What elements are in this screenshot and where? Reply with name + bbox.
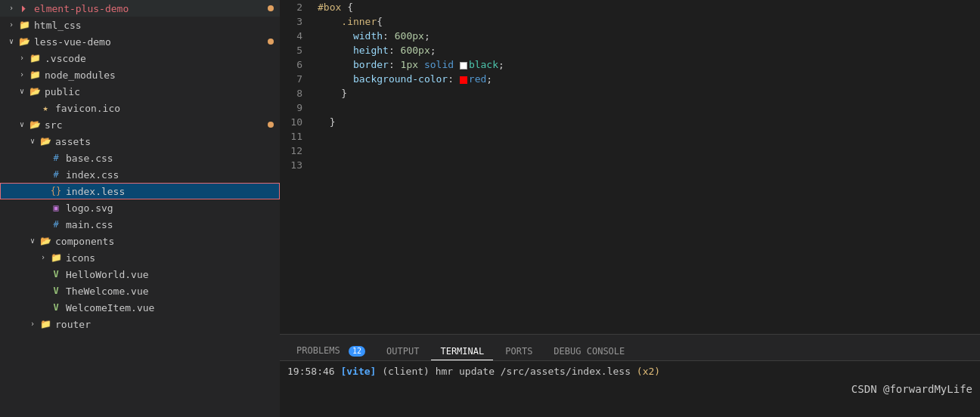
sidebar-item-index-less[interactable]: {} index.less [0, 183, 280, 199]
folder-icon: 📁 [50, 252, 62, 264]
sidebar-item-elment-plus-demo[interactable]: › ⏵ elment-plus-demo [0, 0, 280, 17]
svg-icon: ▣ [50, 202, 62, 214]
terminal-panel: PROBLEMS 12 OUTPUT TERMINAL PORTS DEBUG … [280, 334, 980, 417]
sidebar-item-less-vue-demo[interactable]: ∨ 📂 less-vue-demo [0, 33, 280, 50]
sidebar-item-helloworld[interactable]: V HelloWorld.vue [0, 266, 280, 283]
spacer [38, 186, 48, 196]
tab-problems-label: PROBLEMS [296, 345, 340, 356]
line-num: 3 [280, 14, 302, 29]
sidebar-item-welcomeitem[interactable]: V WelcomeItem.vue [0, 299, 280, 316]
folder-open-icon: 📂 [39, 235, 51, 247]
sidebar-item-favicon[interactable]: ★ favicon.ico [0, 100, 280, 116]
line-num: 12 [280, 144, 302, 158]
spacer [38, 269, 48, 280]
spacer [38, 219, 48, 230]
tab-problems[interactable]: PROBLEMS 12 [287, 342, 374, 360]
tab-debug-console-label: DEBUG CONSOLE [554, 346, 625, 357]
tab-terminal-label: TERMINAL [440, 346, 484, 357]
folder-icon: 📁 [29, 69, 41, 81]
item-label: main.css [66, 219, 280, 230]
chevron-down-icon: ∨ [17, 86, 27, 97]
item-label: index.less [66, 186, 280, 197]
item-label: base.css [66, 153, 280, 164]
log-x2: (x2) [637, 366, 660, 377]
line-num: 13 [280, 158, 302, 172]
chevron-down-icon: ∨ [27, 136, 38, 147]
line-num: 6 [280, 57, 302, 72]
code-line [318, 158, 980, 172]
line-num: 2 [280, 0, 302, 14]
tab-ports[interactable]: PORTS [496, 343, 541, 360]
item-label: icons [66, 252, 280, 264]
line-num: 5 [280, 43, 302, 57]
chevron-right-icon: › [17, 70, 27, 80]
chevron-right-icon: › [17, 53, 27, 63]
sidebar-item-vscode[interactable]: › 📁 .vscode [0, 50, 280, 66]
folder-icon: 📁 [29, 52, 41, 64]
tab-terminal[interactable]: TERMINAL [431, 343, 493, 360]
code-content[interactable]: #box { .inner{ width: 600px; height: 600… [310, 0, 980, 334]
tab-debug-console[interactable]: DEBUG CONSOLE [544, 343, 634, 360]
terminal-content: 19:58:46 [vite] (client) hmr update /src… [280, 361, 980, 417]
item-label: index.css [66, 169, 280, 181]
folder-icon: 📁 [18, 19, 30, 31]
line-numbers: 2 3 4 5 6 7 8 9 10 11 12 13 [280, 0, 310, 334]
chevron-right-icon: › [27, 319, 38, 329]
line-num: 7 [280, 72, 302, 86]
sidebar-item-src[interactable]: ∨ 📂 src [0, 116, 280, 133]
spacer [38, 202, 48, 213]
vue-icon: V [50, 285, 62, 297]
chevron-down-icon: ∨ [17, 119, 27, 130]
line-num: 11 [280, 129, 302, 144]
folder-open-icon: 📂 [29, 119, 41, 131]
modified-indicator [268, 122, 274, 128]
code-line: border: 1px solid black; [318, 57, 980, 72]
spacer [38, 153, 48, 163]
log-client: (client) hmr update [382, 366, 501, 377]
modified-indicator [268, 5, 274, 11]
item-label: router [55, 319, 280, 330]
line-num: 9 [280, 100, 302, 115]
sidebar-item-components[interactable]: ∨ 📂 components [0, 233, 280, 249]
spacer [38, 302, 48, 313]
editor-area: 2 3 4 5 6 7 8 9 10 11 12 13 #box { .inne… [280, 0, 980, 417]
item-label: logo.svg [66, 202, 280, 214]
item-label: public [45, 86, 280, 97]
problems-badge: 12 [349, 346, 365, 357]
css-icon: # [50, 168, 62, 181]
sidebar-item-html-css[interactable]: › 📁 html_css [0, 17, 280, 33]
sidebar-item-base-css[interactable]: # base.css [0, 150, 280, 166]
tab-ports-label: PORTS [505, 346, 532, 357]
favicon-icon: ★ [39, 102, 51, 114]
sidebar-item-index-css[interactable]: # index.css [0, 166, 280, 183]
line-num: 4 [280, 29, 302, 43]
sidebar-item-assets[interactable]: ∨ 📂 assets [0, 133, 280, 150]
modified-indicator [268, 39, 274, 45]
log-path: /src/assets/index.less [501, 366, 637, 377]
chevron-down-icon: ∨ [6, 36, 17, 47]
sidebar-item-public[interactable]: ∨ 📂 public [0, 83, 280, 100]
item-label: favicon.ico [55, 103, 280, 114]
sidebar-item-icons[interactable]: › 📁 icons [0, 249, 280, 266]
spacer [27, 103, 38, 113]
terminal-log-line: 19:58:46 [vite] (client) hmr update /src… [287, 366, 660, 377]
chevron-right-icon: › [6, 20, 17, 30]
folder-open-icon: 📂 [39, 135, 51, 147]
sidebar-item-thewelcome[interactable]: V TheWelcome.vue [0, 283, 280, 299]
css-icon: # [50, 152, 62, 164]
sidebar-item-logo-svg[interactable]: ▣ logo.svg [0, 199, 280, 216]
item-label: components [55, 236, 280, 247]
sidebar-item-router[interactable]: › 📁 router [0, 316, 280, 332]
item-label: html_css [34, 20, 280, 31]
code-line: height: 600px; [318, 43, 980, 57]
folder-open-icon: 📂 [29, 85, 41, 97]
file-tree: › ⏵ elment-plus-demo › 📁 html_css ∨ 📂 le… [0, 0, 280, 417]
sidebar-item-main-css[interactable]: # main.css [0, 216, 280, 233]
item-label: src [45, 119, 268, 131]
line-num: 10 [280, 115, 302, 129]
tab-output[interactable]: OUTPUT [377, 343, 428, 360]
folder-icon: 📁 [39, 318, 51, 330]
sidebar-item-node-modules[interactable]: › 📁 node_modules [0, 66, 280, 83]
chevron-down-icon: ∨ [27, 236, 38, 246]
code-line: .inner{ [318, 14, 980, 29]
